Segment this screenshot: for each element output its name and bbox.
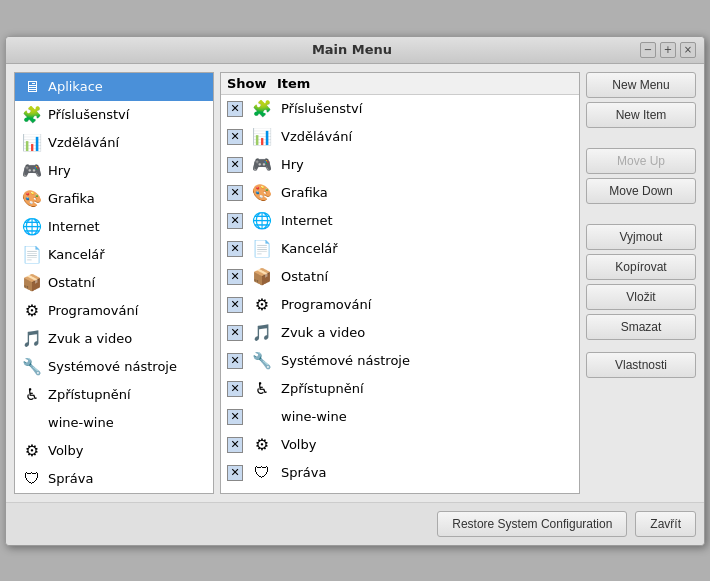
check-wine[interactable]: ✕: [227, 409, 243, 425]
mid-icon-systemove: 🔧: [251, 350, 273, 372]
mid-label-programovani: Programování: [281, 297, 371, 312]
sidebar-label-internet: Internet: [48, 219, 100, 234]
mid-icon-programovani: ⚙: [251, 294, 273, 316]
mid-row-volby[interactable]: ✕ ⚙ Volby: [221, 431, 579, 459]
sidebar-item-kancelar[interactable]: 📄 Kancelář: [15, 241, 213, 269]
sidebar-label-zvuk: Zvuk a video: [48, 331, 132, 346]
mid-icon-prislusenstvi: 🧩: [251, 98, 273, 120]
titlebar: Main Menu − + ×: [6, 37, 704, 64]
sidebar-item-zpristupneni[interactable]: ♿ Zpřístupnění: [15, 381, 213, 409]
check-systemove[interactable]: ✕: [227, 353, 243, 369]
sidebar-item-hry[interactable]: 🎮 Hry: [15, 157, 213, 185]
mid-label-systemove: Systémové nástroje: [281, 353, 410, 368]
close-button-bottom[interactable]: Zavřít: [635, 511, 696, 537]
sidebar-label-systemove: Systémové nástroje: [48, 359, 177, 374]
maximize-button[interactable]: +: [660, 42, 676, 58]
kancelar-icon: 📄: [21, 244, 43, 266]
restore-button[interactable]: Restore System Configuration: [437, 511, 627, 537]
sidebar-item-vzdelavani[interactable]: 📊 Vzdělávání: [15, 129, 213, 157]
mid-row-ostatni[interactable]: ✕ 📦 Ostatní: [221, 263, 579, 291]
move-down-button[interactable]: Move Down: [586, 178, 696, 204]
mid-row-hry[interactable]: ✕ 🎮 Hry: [221, 151, 579, 179]
mid-icon-grafika: 🎨: [251, 182, 273, 204]
sidebar-item-programovani[interactable]: ⚙ Programování: [15, 297, 213, 325]
programovani-icon: ⚙: [21, 300, 43, 322]
check-kancelar[interactable]: ✕: [227, 241, 243, 257]
sidebar-label-sprava: Správa: [48, 471, 93, 486]
check-zpristupneni[interactable]: ✕: [227, 381, 243, 397]
sidebar-label-kancelar: Kancelář: [48, 247, 105, 262]
mid-label-kancelar: Kancelář: [281, 241, 338, 256]
volby-icon: ⚙: [21, 440, 43, 462]
check-prislusenstvi[interactable]: ✕: [227, 101, 243, 117]
minimize-button[interactable]: −: [640, 42, 656, 58]
mid-icon-vzdelavani: 📊: [251, 126, 273, 148]
mid-row-systemove[interactable]: ✕ 🔧 Systémové nástroje: [221, 347, 579, 375]
bottom-bar: Restore System Configuration Zavřít: [6, 502, 704, 545]
mid-row-wine[interactable]: ✕ wine-wine: [221, 403, 579, 431]
mid-panel: Show Item ✕ 🧩 Příslušenství ✕ 📊 Vzdělává…: [220, 72, 580, 494]
check-volby[interactable]: ✕: [227, 437, 243, 453]
mid-row-vzdelavani[interactable]: ✕ 📊 Vzdělávání: [221, 123, 579, 151]
mid-row-sprava[interactable]: ✕ 🛡 Správa: [221, 459, 579, 487]
kopirovat-button[interactable]: Kopírovat: [586, 254, 696, 280]
vyjmout-button[interactable]: Vyjmout: [586, 224, 696, 250]
sidebar-item-grafika[interactable]: 🎨 Grafika: [15, 185, 213, 213]
sidebar-item-wine[interactable]: wine-wine: [15, 409, 213, 437]
sidebar-label-grafika: Grafika: [48, 191, 95, 206]
check-internet[interactable]: ✕: [227, 213, 243, 229]
vlozit-button[interactable]: Vložit: [586, 284, 696, 310]
sidebar-label-vzdelavani: Vzdělávání: [48, 135, 119, 150]
check-sprava[interactable]: ✕: [227, 465, 243, 481]
vlastnosti-button[interactable]: Vlastnosti: [586, 352, 696, 378]
mid-label-zpristupneni: Zpřístupnění: [281, 381, 364, 396]
mid-icon-wine: [251, 406, 273, 428]
sidebar-item-ostatni[interactable]: 📦 Ostatní: [15, 269, 213, 297]
sidebar-label-zpristupneni: Zpřístupnění: [48, 387, 131, 402]
header-item: Item: [277, 76, 310, 91]
close-button[interactable]: ×: [680, 42, 696, 58]
new-item-button[interactable]: New Item: [586, 102, 696, 128]
mid-icon-kancelar: 📄: [251, 238, 273, 260]
systemove-icon: 🔧: [21, 356, 43, 378]
aplikace-icon: 🖥: [21, 76, 43, 98]
check-programovani[interactable]: ✕: [227, 297, 243, 313]
zpristupneni-icon: ♿: [21, 384, 43, 406]
sidebar-item-volby[interactable]: ⚙ Volby: [15, 437, 213, 465]
sidebar-item-aplikace[interactable]: 🖥 Aplikace: [15, 73, 213, 101]
mid-row-zvuk[interactable]: ✕ 🎵 Zvuk a video: [221, 319, 579, 347]
new-menu-button[interactable]: New Menu: [586, 72, 696, 98]
check-ostatni[interactable]: ✕: [227, 269, 243, 285]
sidebar-label-wine: wine-wine: [48, 415, 114, 430]
grafika-icon: 🎨: [21, 188, 43, 210]
sidebar-item-internet[interactable]: 🌐 Internet: [15, 213, 213, 241]
mid-row-kancelar[interactable]: ✕ 📄 Kancelář: [221, 235, 579, 263]
sidebar-label-prislusenstvi: Příslušenství: [48, 107, 129, 122]
move-up-button[interactable]: Move Up: [586, 148, 696, 174]
internet-icon: 🌐: [21, 216, 43, 238]
mid-icon-hry: 🎮: [251, 154, 273, 176]
content-area: 🖥 Aplikace 🧩 Příslušenství 📊 Vzdělávání …: [6, 64, 704, 502]
mid-label-prislusenstvi: Příslušenství: [281, 101, 362, 116]
check-vzdelavani[interactable]: ✕: [227, 129, 243, 145]
check-grafika[interactable]: ✕: [227, 185, 243, 201]
smazat-button[interactable]: Smazat: [586, 314, 696, 340]
mid-label-grafika: Grafika: [281, 185, 328, 200]
mid-icon-zpristupneni: ♿: [251, 378, 273, 400]
mid-row-zpristupneni[interactable]: ✕ ♿ Zpřístupnění: [221, 375, 579, 403]
check-hry[interactable]: ✕: [227, 157, 243, 173]
sidebar-item-zvuk[interactable]: 🎵 Zvuk a video: [15, 325, 213, 353]
sidebar-item-sprava[interactable]: 🛡 Správa: [15, 465, 213, 493]
check-zvuk[interactable]: ✕: [227, 325, 243, 341]
mid-row-internet[interactable]: ✕ 🌐 Internet: [221, 207, 579, 235]
mid-row-prislusenstvi[interactable]: ✕ 🧩 Příslušenství: [221, 95, 579, 123]
sprava-icon: 🛡: [21, 468, 43, 490]
vzdelavani-icon: 📊: [21, 132, 43, 154]
mid-label-wine: wine-wine: [281, 409, 347, 424]
sidebar-item-prislusenstvi[interactable]: 🧩 Příslušenství: [15, 101, 213, 129]
mid-row-programovani[interactable]: ✕ ⚙ Programování: [221, 291, 579, 319]
right-panel: New Menu New Item Move Up Move Down Vyjm…: [586, 72, 696, 494]
sidebar-item-systemove[interactable]: 🔧 Systémové nástroje: [15, 353, 213, 381]
main-window: Main Menu − + × 🖥 Aplikace 🧩 Příslušenst…: [5, 36, 705, 546]
mid-row-grafika[interactable]: ✕ 🎨 Grafika: [221, 179, 579, 207]
